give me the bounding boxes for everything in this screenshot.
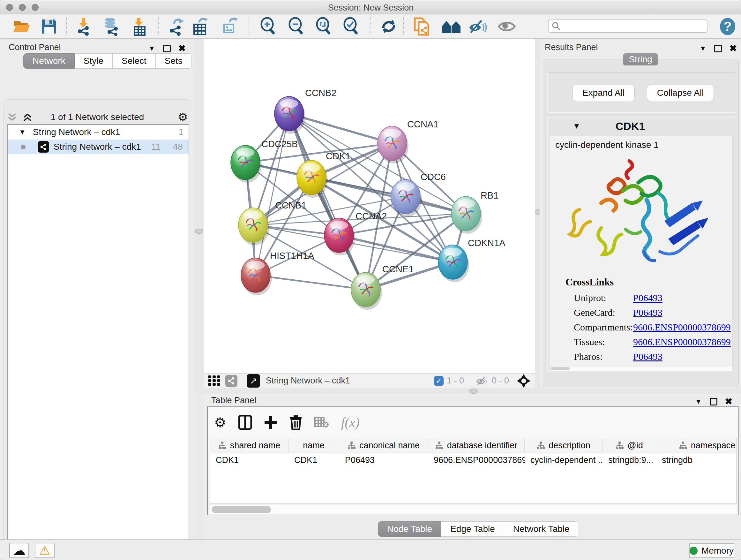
network-options-gear-icon[interactable]: ⚙ xyxy=(178,111,188,124)
show-columns-icon[interactable] xyxy=(239,415,252,430)
cell-namespace[interactable]: stringdb xyxy=(656,453,737,468)
results-hscrollbar[interactable] xyxy=(550,367,732,371)
entry-collapse-icon[interactable]: ▼ xyxy=(573,122,581,131)
delete-column-icon[interactable] xyxy=(289,415,302,430)
network-node-HIST1H1A[interactable]: HIST1H1A xyxy=(241,251,314,295)
import-network-database-icon[interactable] xyxy=(101,17,121,36)
network-node-CDKN1A[interactable]: CDKN1A xyxy=(438,238,506,282)
network-edge-HIST1H1A-CCNE1[interactable] xyxy=(256,275,366,290)
crosslink-link[interactable]: 9606.ENSP00000378699 xyxy=(633,336,731,348)
table-hscrollbar[interactable] xyxy=(210,505,737,514)
tab-select[interactable]: Select xyxy=(113,53,156,69)
node-entry-header[interactable]: ▼ CDK1 xyxy=(547,117,735,135)
left-splitter-handle[interactable] xyxy=(195,229,203,234)
crosslink-row: Compartments: 9606.ENSP00000378699 xyxy=(574,322,730,333)
column-header-shared-name[interactable]: shared name xyxy=(210,438,288,453)
cell-description[interactable]: cyclin-dependent ... xyxy=(525,453,603,468)
control-panel-close-icon[interactable]: ✖ xyxy=(179,43,186,54)
detach-view-icon[interactable]: ↗ xyxy=(247,374,260,388)
control-panel-float-icon[interactable] xyxy=(163,45,171,52)
grid-view-icon[interactable] xyxy=(208,375,220,386)
crosslink-link[interactable]: P06493 xyxy=(633,307,663,318)
show-all-panels-icon[interactable] xyxy=(441,17,461,36)
network-edge-CDK1-RB1[interactable] xyxy=(312,178,466,213)
node-label-CCNB2: CCNB2 xyxy=(305,88,336,98)
network-node-RB1[interactable]: RB1 xyxy=(451,190,498,234)
expand-all-button[interactable]: Expand All xyxy=(572,84,635,101)
table-row[interactable]: CDK1CDK1P064939606.ENSP00000378699cyclin… xyxy=(210,453,736,468)
show-panel-icon[interactable] xyxy=(497,17,517,36)
import-table-file-icon[interactable] xyxy=(129,17,149,36)
table-panel-close-icon[interactable]: ✖ xyxy=(725,396,732,407)
collection-expand-icon[interactable]: ▼ xyxy=(19,128,26,136)
network-canvas[interactable]: CCNB2CCNA1CDC25BCDK1CDC6RB1CCNB1CCNA2CDK… xyxy=(204,39,535,373)
control-panel-menu-icon[interactable]: ▼ xyxy=(148,44,155,53)
column-header-namespace[interactable]: namespace xyxy=(656,438,737,453)
help-icon[interactable]: ? xyxy=(718,17,738,36)
network-node-CDC6[interactable]: CDC6 xyxy=(391,172,446,217)
bottom-splitter[interactable] xyxy=(194,388,741,394)
save-session-icon[interactable] xyxy=(39,17,59,36)
network-row[interactable]: String Network – cdk1 11 48 xyxy=(8,139,189,154)
column-header-database-identifier[interactable]: database identifier xyxy=(428,438,525,453)
import-network-file-icon[interactable] xyxy=(73,17,93,36)
table-panel-menu-icon[interactable]: ▼ xyxy=(695,397,702,406)
results-panel-float-icon[interactable] xyxy=(714,45,722,52)
cell-name[interactable]: CDK1 xyxy=(288,453,339,468)
cloud-status-button[interactable]: ☁ xyxy=(9,543,29,558)
node-label-CDK1: CDK1 xyxy=(326,151,350,161)
protein-structure-image xyxy=(563,155,719,273)
selected-nodes-checkbox[interactable]: ✓ xyxy=(434,376,444,386)
warning-icon: ⚠ xyxy=(39,543,50,557)
tab-string[interactable]: String xyxy=(623,53,658,65)
crosslink-link[interactable]: 9606.ENSP00000378699 xyxy=(633,322,731,333)
export-network-icon[interactable] xyxy=(166,17,186,36)
birdseye-icon[interactable] xyxy=(517,374,531,388)
network-node-CCNE1[interactable]: CCNE1 xyxy=(351,264,414,310)
tab-edge-table[interactable]: Edge Table xyxy=(441,521,504,537)
cell-shared-name[interactable]: CDK1 xyxy=(210,453,288,468)
crosslink-link[interactable]: P06493 xyxy=(633,293,663,303)
column-header-description[interactable]: description xyxy=(525,438,603,453)
search-input[interactable] xyxy=(561,21,701,31)
zoom-in-icon[interactable] xyxy=(258,17,278,36)
cell-database-identifier[interactable]: 9606.ENSP00000378699 xyxy=(428,453,525,468)
tab-node-table[interactable]: Node Table xyxy=(378,521,441,537)
add-column-icon[interactable] xyxy=(264,415,277,429)
network-collection-row[interactable]: ▼ String Network – cdk1 1 xyxy=(8,125,189,139)
zoom-fit-icon[interactable] xyxy=(314,17,333,36)
tab-network[interactable]: Network xyxy=(23,53,75,69)
zoom-selected-icon[interactable] xyxy=(341,17,361,36)
bottom-splitter-handle[interactable] xyxy=(469,388,478,394)
tab-style[interactable]: Style xyxy=(75,53,113,69)
entry-name: CDK1 xyxy=(616,120,645,132)
network-view-icon[interactable] xyxy=(225,375,238,387)
collapse-all-button[interactable]: Collapse All xyxy=(647,84,714,101)
tab-sets[interactable]: Sets xyxy=(156,53,192,69)
export-image-icon[interactable] xyxy=(220,17,240,36)
column-header-name[interactable]: name xyxy=(288,438,339,453)
table-options-gear-icon[interactable]: ⚙ xyxy=(214,415,226,430)
cell-canonical-name[interactable]: P06493 xyxy=(339,453,428,468)
column-header-canonical-name[interactable]: canonical name xyxy=(339,438,428,453)
network-node-CCNA1[interactable]: CCNA1 xyxy=(378,119,439,164)
export-table-icon[interactable] xyxy=(191,17,210,36)
table-panel-float-icon[interactable] xyxy=(710,398,718,406)
network-node-CCNB2[interactable]: CCNB2 xyxy=(274,88,336,134)
crosslink-link[interactable]: P06493 xyxy=(633,351,663,362)
cell-@id[interactable]: stringdb:9... xyxy=(603,453,656,468)
apply-layout-icon[interactable] xyxy=(379,17,399,36)
tab-network-table[interactable]: Network Table xyxy=(504,521,579,537)
results-panel-close-icon[interactable]: ✖ xyxy=(730,43,737,54)
open-session-icon[interactable] xyxy=(12,17,31,36)
right-splitter[interactable] xyxy=(535,39,540,388)
hide-panel-icon[interactable] xyxy=(468,17,488,36)
left-splitter[interactable] xyxy=(194,39,204,388)
memory-button[interactable]: Memory xyxy=(689,543,734,558)
warnings-button[interactable]: ⚠ xyxy=(35,543,55,558)
results-panel-menu-icon[interactable]: ▼ xyxy=(699,44,706,53)
crosslink-label: Uniprot: xyxy=(574,293,606,303)
copy-style-icon[interactable] xyxy=(412,17,432,36)
zoom-out-icon[interactable] xyxy=(286,17,306,36)
column-header-@id[interactable]: @id xyxy=(603,438,656,453)
